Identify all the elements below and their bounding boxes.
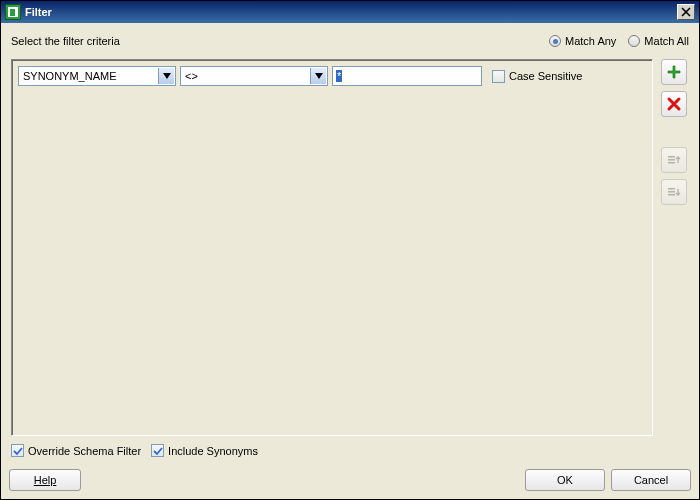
- remove-criteria-button[interactable]: [661, 91, 687, 117]
- svg-rect-0: [668, 156, 675, 158]
- dropdown-button[interactable]: [158, 68, 174, 84]
- side-toolbar: [659, 59, 689, 436]
- match-all-label: Match All: [644, 35, 689, 47]
- match-mode-group: Match Any Match All: [549, 35, 689, 47]
- add-criteria-button[interactable]: [661, 59, 687, 85]
- cancel-label: Cancel: [634, 474, 668, 486]
- svg-rect-5: [668, 194, 675, 196]
- close-icon: [681, 7, 691, 17]
- move-down-button[interactable]: [661, 179, 687, 205]
- move-up-icon: [666, 152, 682, 168]
- case-sensitive-checkbox[interactable]: Case Sensitive: [492, 70, 582, 83]
- value-text: *: [336, 70, 342, 82]
- svg-rect-3: [668, 188, 675, 190]
- remove-icon: [666, 96, 682, 112]
- field-value: SYNONYM_NAME: [23, 70, 117, 82]
- match-all-radio[interactable]: Match All: [628, 35, 689, 47]
- move-down-icon: [666, 184, 682, 200]
- checkbox-icon: [151, 444, 164, 457]
- operator-dropdown[interactable]: <>: [180, 66, 328, 86]
- radio-icon: [628, 35, 640, 47]
- main-area: SYNONYM_NAME <> * Case Sensitive: [11, 59, 689, 436]
- svg-rect-2: [668, 162, 675, 164]
- header-row: Select the filter criteria Match Any Mat…: [11, 35, 689, 47]
- case-sensitive-label: Case Sensitive: [509, 70, 582, 82]
- include-synonyms-checkbox[interactable]: Include Synonyms: [151, 444, 258, 457]
- help-label: Help: [34, 474, 57, 486]
- add-icon: [666, 64, 682, 80]
- instruction-text: Select the filter criteria: [11, 35, 549, 47]
- ok-button[interactable]: OK: [525, 469, 605, 491]
- close-button[interactable]: [677, 4, 695, 20]
- svg-rect-1: [668, 159, 675, 161]
- ok-label: OK: [557, 474, 573, 486]
- match-any-radio[interactable]: Match Any: [549, 35, 616, 47]
- window-title: Filter: [25, 6, 677, 18]
- cancel-button[interactable]: Cancel: [611, 469, 691, 491]
- value-input[interactable]: *: [332, 66, 482, 86]
- checkbox-icon: [11, 444, 24, 457]
- chevron-down-icon: [315, 73, 323, 79]
- help-button[interactable]: Help: [9, 469, 81, 491]
- app-icon: [5, 4, 21, 20]
- override-schema-label: Override Schema Filter: [28, 445, 141, 457]
- override-schema-checkbox[interactable]: Override Schema Filter: [11, 444, 141, 457]
- svg-rect-4: [668, 191, 675, 193]
- chevron-down-icon: [163, 73, 171, 79]
- criteria-row: SYNONYM_NAME <> * Case Sensitive: [18, 66, 646, 86]
- radio-icon: [549, 35, 561, 47]
- checkbox-icon: [492, 70, 505, 83]
- titlebar: Filter: [1, 1, 699, 23]
- footer: Help OK Cancel: [1, 463, 699, 499]
- move-up-button[interactable]: [661, 147, 687, 173]
- field-dropdown[interactable]: SYNONYM_NAME: [18, 66, 176, 86]
- include-synonyms-label: Include Synonyms: [168, 445, 258, 457]
- content-area: Select the filter criteria Match Any Mat…: [1, 23, 699, 463]
- dropdown-button[interactable]: [310, 68, 326, 84]
- operator-value: <>: [185, 70, 198, 82]
- criteria-panel: SYNONYM_NAME <> * Case Sensitive: [11, 59, 653, 436]
- match-any-label: Match Any: [565, 35, 616, 47]
- bottom-options: Override Schema Filter Include Synonyms: [11, 436, 689, 457]
